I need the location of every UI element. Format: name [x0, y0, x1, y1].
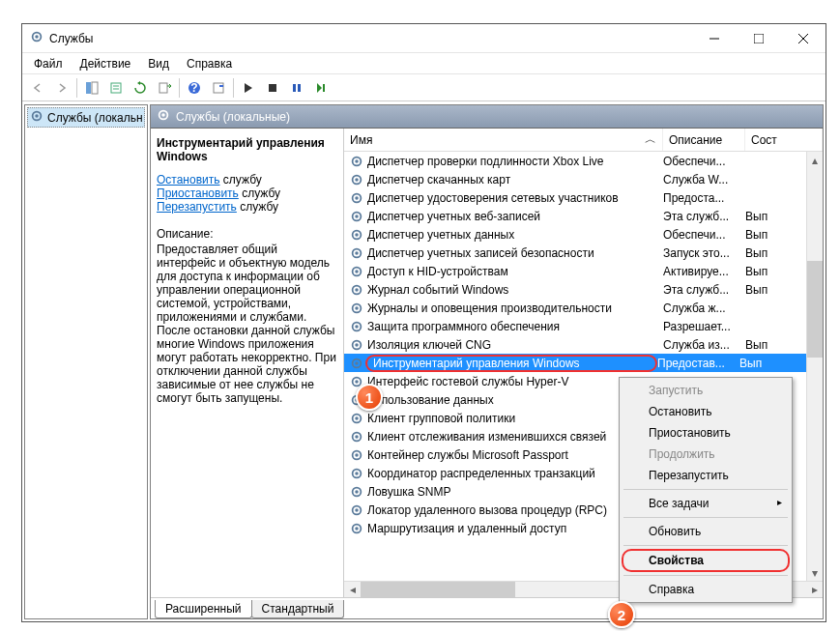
ctx-alltasks[interactable]: Все задачи [622, 493, 790, 514]
pause-link[interactable]: Приостановить [157, 186, 239, 200]
service-row[interactable]: Инструментарий управления WindowsПредост… [344, 354, 823, 372]
svg-point-1 [35, 35, 39, 39]
menu-help[interactable]: Справка [179, 55, 240, 72]
menu-action[interactable]: Действие [72, 55, 139, 72]
service-desc: Эта служб... [663, 210, 745, 223]
svg-point-36 [355, 270, 359, 273]
start-service-button[interactable] [237, 76, 260, 100]
scroll-down-icon[interactable]: ▾ [807, 564, 823, 581]
action-links: Остановить службу Приостановить службу П… [157, 173, 337, 214]
refresh-button[interactable] [129, 76, 152, 100]
svg-point-40 [355, 306, 359, 310]
forward-button[interactable] [50, 76, 73, 100]
service-desc: Обеспечи... [663, 228, 745, 242]
menubar: Файл Действие Вид Справка [22, 53, 826, 74]
service-row[interactable]: Диспетчер скачанных картСлужба W... [344, 170, 823, 188]
properties-toolbar-button[interactable] [104, 76, 128, 100]
export-button[interactable] [153, 76, 176, 100]
service-desc: Разрешает... [663, 320, 745, 333]
gear-icon [348, 301, 365, 315]
ctx-refresh[interactable]: Обновить [622, 521, 790, 542]
show-hide-tree-button[interactable] [80, 76, 103, 100]
svg-point-56 [355, 453, 359, 457]
service-row[interactable]: Диспетчер учетных веб-записейЭта служб..… [344, 207, 823, 225]
tree-pane[interactable]: Службы (локальн [24, 104, 148, 619]
col-desc[interactable]: Описание [663, 129, 745, 151]
svg-rect-15 [269, 84, 276, 92]
scroll-left-icon[interactable]: ◂ [344, 582, 361, 598]
service-row[interactable]: Изоляция ключей CNGСлужба из...Вып [344, 335, 823, 354]
restart-link[interactable]: Перезапустить [157, 200, 237, 214]
close-button[interactable] [781, 24, 826, 53]
service-row[interactable]: Журналы и оповещения производительностиС… [344, 299, 823, 317]
minimize-button[interactable] [692, 24, 737, 53]
menu-file[interactable]: Файл [26, 55, 71, 72]
service-name: Диспетчер учетных записей безопасности [365, 246, 663, 260]
col-state[interactable]: Сост [745, 129, 823, 151]
annotation-badge-1: 1 [356, 384, 383, 411]
help-button[interactable]: ? [183, 76, 206, 100]
service-row[interactable]: Журнал событий WindowsЭта служб...Вып [344, 280, 823, 299]
gear-icon [348, 503, 365, 517]
svg-point-24 [355, 159, 359, 163]
tree-root[interactable]: Службы (локальн [27, 107, 145, 128]
ctx-separator [623, 517, 788, 518]
service-desc: Активируе... [663, 265, 745, 278]
ctx-help[interactable]: Справка [622, 579, 790, 600]
service-desc: Предостав... [657, 357, 739, 370]
service-name: Журнал событий Windows [365, 283, 663, 297]
ctx-stop[interactable]: Остановить [622, 401, 790, 422]
tab-extended[interactable]: Расширенный [155, 600, 252, 618]
svg-point-30 [355, 215, 359, 218]
svg-point-64 [355, 527, 359, 531]
scroll-up-icon[interactable]: ▴ [807, 152, 823, 168]
svg-rect-14 [214, 83, 223, 93]
service-row[interactable]: Диспетчер удостоверения сетевых участник… [344, 188, 823, 207]
service-row[interactable]: Диспетчер проверки подлинности Xbox Live… [344, 152, 823, 170]
service-row[interactable]: Доступ к HID-устройствамАктивируе...Вып [344, 262, 823, 280]
service-desc: Обеспечи... [663, 155, 745, 168]
ctx-resume: Продолжить [622, 444, 790, 465]
service-row[interactable]: Защита программного обеспеченияРазрешает… [344, 317, 823, 335]
gear-icon [348, 173, 365, 186]
service-name: Журналы и оповещения производительности [365, 301, 663, 315]
svg-rect-17 [298, 84, 301, 92]
menu-view[interactable]: Вид [140, 55, 177, 72]
gear-icon [348, 522, 365, 535]
service-name: Инструментарий управления Windows [365, 355, 657, 372]
svg-point-62 [355, 508, 359, 512]
ctx-restart[interactable]: Перезапустить [622, 465, 790, 486]
tab-standard[interactable]: Стандартный [251, 600, 345, 618]
restart-service-button[interactable] [309, 76, 333, 100]
gear-icon [348, 320, 365, 333]
service-desc: Эта служб... [663, 283, 745, 297]
context-menu: Запустить Остановить Приостановить Продо… [619, 377, 793, 603]
pause-service-button[interactable] [285, 76, 308, 100]
svg-rect-7 [92, 82, 98, 94]
help2-button[interactable] [207, 76, 230, 100]
vertical-scrollbar[interactable]: ▴ ▾ [806, 152, 823, 581]
service-row[interactable]: Диспетчер учетных данныхОбеспечи...Вып [344, 225, 823, 244]
selected-service-name: Инструментарий управления Windows [157, 136, 337, 163]
hscroll-thumb[interactable] [361, 582, 515, 598]
scroll-thumb[interactable] [807, 261, 823, 358]
back-button[interactable] [26, 76, 49, 100]
svg-point-46 [355, 361, 359, 365]
service-name: Доступ к HID-устройствам [365, 265, 663, 278]
scroll-right-icon[interactable]: ▸ [806, 582, 823, 598]
gear-icon [348, 338, 365, 352]
service-desc: Запуск это... [663, 246, 745, 260]
ctx-pause[interactable]: Приостановить [622, 422, 790, 444]
stop-link[interactable]: Остановить [157, 173, 220, 186]
svg-point-48 [355, 380, 359, 384]
gear-icon [348, 485, 365, 499]
service-row[interactable]: Диспетчер учетных записей безопасностиЗа… [344, 244, 823, 262]
annotation-badge-2: 2 [608, 601, 635, 628]
ctx-properties[interactable]: Свойства [622, 549, 790, 572]
maximize-button[interactable] [737, 24, 781, 53]
col-name[interactable]: Имя︿ [344, 129, 663, 151]
stop-service-button[interactable] [261, 76, 284, 100]
gear-icon [30, 109, 43, 126]
service-name: Диспетчер учетных данных [365, 228, 663, 242]
gear-icon [348, 430, 365, 444]
